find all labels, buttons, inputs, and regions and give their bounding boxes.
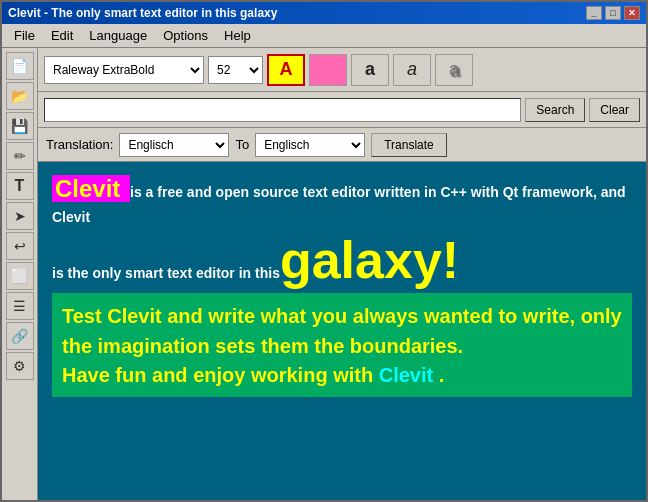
toolbar-text-icon[interactable]: T <box>6 172 34 200</box>
restore-button[interactable]: □ <box>605 6 621 20</box>
italic-button[interactable]: a <box>393 54 431 86</box>
text-editor[interactable]: Clevit is a free and open source text ed… <box>38 162 646 502</box>
text-highlight-button[interactable]: A <box>267 54 305 86</box>
content-area: Raleway ExtraBold Arial Times New Roman … <box>38 48 646 502</box>
toolbar-shape-icon[interactable]: ⬜ <box>6 262 34 290</box>
minimize-button[interactable]: _ <box>586 6 602 20</box>
menu-language[interactable]: Language <box>81 26 155 45</box>
font-selector[interactable]: Raleway ExtraBold Arial Times New Roman … <box>44 56 204 84</box>
close-button[interactable]: ✕ <box>624 6 640 20</box>
bold-button[interactable]: a <box>351 54 389 86</box>
search-bar: Search Clear <box>38 92 646 128</box>
translation-bar: Translation: Englisch Deutsch Français E… <box>38 128 646 162</box>
menu-edit[interactable]: Edit <box>43 26 81 45</box>
toolbar-link-icon[interactable]: 🔗 <box>6 322 34 350</box>
left-toolbar: 📄 📂 💾 ✏ T ➤ ↩ ⬜ ☰ 🔗 ⚙ <box>2 48 38 502</box>
editor-body-block: Test Clevit and write what you always wa… <box>52 293 632 397</box>
toolbar-settings-icon[interactable]: ⚙ <box>6 352 34 380</box>
to-label: To <box>235 137 249 152</box>
clevit-highlighted-word: Clevit <box>52 175 130 202</box>
editor-line2: is the only smart text editor in this ga… <box>52 232 632 289</box>
titlebar: Clevit - The only smart text editor in t… <box>2 2 646 24</box>
translate-button[interactable]: Translate <box>371 133 447 157</box>
toolbar-save-icon[interactable]: 💾 <box>6 112 34 140</box>
menu-file[interactable]: File <box>6 26 43 45</box>
formatting-bar: Raleway ExtraBold Arial Times New Roman … <box>38 48 646 92</box>
to-language-selector[interactable]: Englisch Deutsch Français Español <box>255 133 365 157</box>
size-selector-wrap: 8 10 12 14 16 18 24 36 48 52 72 <box>208 56 263 84</box>
toolbar-open-icon[interactable]: 📂 <box>6 82 34 110</box>
toolbar-list-icon[interactable]: ☰ <box>6 292 34 320</box>
clear-button[interactable]: Clear <box>589 98 640 122</box>
menu-options[interactable]: Options <box>155 26 216 45</box>
from-language-selector[interactable]: Englisch Deutsch Français Español <box>119 133 229 157</box>
font-selector-wrap: Raleway ExtraBold Arial Times New Roman … <box>44 56 204 84</box>
text-color-button[interactable] <box>309 54 347 86</box>
translation-label: Translation: <box>46 137 113 152</box>
toolbar-edit-icon[interactable]: ✏ <box>6 142 34 170</box>
fun-text: Have fun and enjoy working with <box>62 364 379 386</box>
clevit-end-word: Clevit <box>379 364 439 386</box>
search-button[interactable]: Search <box>525 98 585 122</box>
menubar: File Edit Language Options Help <box>2 24 646 48</box>
toolbar-arrow-icon[interactable]: ➤ <box>6 202 34 230</box>
period-text: . <box>439 364 445 386</box>
size-selector[interactable]: 8 10 12 14 16 18 24 36 48 52 72 <box>208 56 263 84</box>
toolbar-undo-icon[interactable]: ↩ <box>6 232 34 260</box>
menu-help[interactable]: Help <box>216 26 259 45</box>
window-controls: _ □ ✕ <box>586 6 640 20</box>
body-text: Test Clevit and write what you always wa… <box>62 305 622 357</box>
search-input[interactable] <box>44 98 521 122</box>
title-text: Clevit - The only smart text editor in t… <box>8 6 277 20</box>
toolbar-new-icon[interactable]: 📄 <box>6 52 34 80</box>
editor-line1: Clevit is a free and open source text ed… <box>52 172 632 228</box>
galaxy-text: galaxy! <box>280 232 459 289</box>
shadow-label: a <box>449 59 459 80</box>
bold-label: a <box>365 59 375 80</box>
italic-label: a <box>407 59 417 80</box>
intro-text: is a free and open source text editor wr… <box>52 184 626 225</box>
highlight-a-label: A <box>280 59 293 80</box>
main-area: 📄 📂 💾 ✏ T ➤ ↩ ⬜ ☰ 🔗 ⚙ Raleway ExtraBold … <box>2 48 646 502</box>
line2-text: is the only smart text editor in this <box>52 264 280 284</box>
shadow-button[interactable]: a <box>435 54 473 86</box>
